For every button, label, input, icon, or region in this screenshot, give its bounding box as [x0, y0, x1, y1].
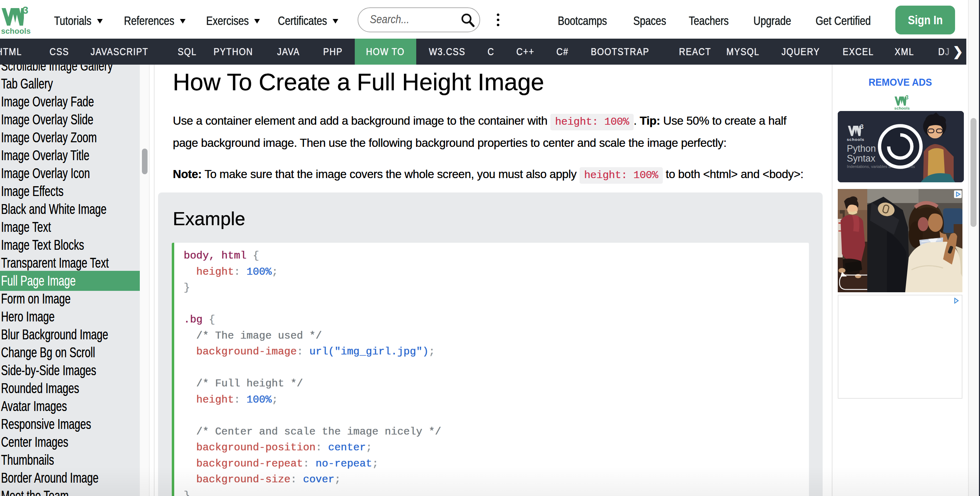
- svg-text:3: 3: [860, 123, 864, 130]
- svg-text:3: 3: [905, 95, 909, 100]
- svg-text:Syntax: Syntax: [847, 153, 876, 164]
- svg-text:schools: schools: [1, 27, 31, 35]
- svg-text:schools: schools: [894, 106, 910, 110]
- svg-text:3: 3: [22, 6, 29, 16]
- svg-text:schools: schools: [847, 137, 864, 141]
